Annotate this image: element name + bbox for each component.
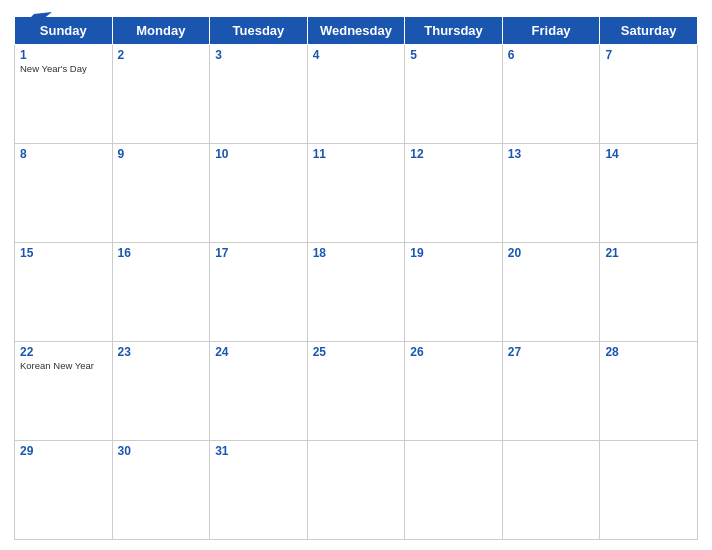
- day-number: 27: [508, 345, 595, 359]
- day-number: 5: [410, 48, 497, 62]
- calendar-header-row: SundayMondayTuesdayWednesdayThursdayFrid…: [15, 17, 698, 45]
- svg-marker-0: [24, 12, 52, 28]
- calendar-day-cell: 7: [600, 45, 698, 144]
- day-number: 19: [410, 246, 497, 260]
- calendar-day-cell: 24: [210, 342, 308, 441]
- day-number: 4: [313, 48, 400, 62]
- day-number: 30: [118, 444, 205, 458]
- weekday-header: Thursday: [405, 17, 503, 45]
- day-number: 1: [20, 48, 107, 62]
- calendar-week-row: 293031: [15, 441, 698, 540]
- day-number: 29: [20, 444, 107, 458]
- weekday-header: Wednesday: [307, 17, 405, 45]
- day-number: 14: [605, 147, 692, 161]
- day-number: 17: [215, 246, 302, 260]
- logo-area: [14, 10, 52, 32]
- calendar-day-cell: 13: [502, 144, 600, 243]
- calendar-week-row: 22Korean New Year232425262728: [15, 342, 698, 441]
- calendar-day-cell: 29: [15, 441, 113, 540]
- day-number: 11: [313, 147, 400, 161]
- weekday-header: Friday: [502, 17, 600, 45]
- calendar-day-cell: 20: [502, 243, 600, 342]
- day-number: 25: [313, 345, 400, 359]
- day-number: 7: [605, 48, 692, 62]
- calendar-body: 1New Year's Day2345678910111213141516171…: [15, 45, 698, 540]
- day-number: 6: [508, 48, 595, 62]
- day-number: 9: [118, 147, 205, 161]
- day-number: 16: [118, 246, 205, 260]
- calendar-week-row: 1New Year's Day234567: [15, 45, 698, 144]
- day-number: 24: [215, 345, 302, 359]
- calendar-day-cell: 22Korean New Year: [15, 342, 113, 441]
- day-number: 28: [605, 345, 692, 359]
- calendar-day-cell: [600, 441, 698, 540]
- calendar-day-cell: 5: [405, 45, 503, 144]
- calendar-day-cell: 8: [15, 144, 113, 243]
- calendar-day-cell: [502, 441, 600, 540]
- weekday-header: Monday: [112, 17, 210, 45]
- calendar-day-cell: [405, 441, 503, 540]
- day-number: 2: [118, 48, 205, 62]
- day-number: 22: [20, 345, 107, 359]
- calendar-day-cell: 23: [112, 342, 210, 441]
- day-number: 20: [508, 246, 595, 260]
- calendar-day-cell: 15: [15, 243, 113, 342]
- calendar-day-cell: [307, 441, 405, 540]
- calendar-day-cell: 14: [600, 144, 698, 243]
- calendar-day-cell: 17: [210, 243, 308, 342]
- calendar-day-cell: 9: [112, 144, 210, 243]
- calendar-week-row: 891011121314: [15, 144, 698, 243]
- calendar-day-cell: 30: [112, 441, 210, 540]
- calendar-day-cell: 27: [502, 342, 600, 441]
- day-number: 15: [20, 246, 107, 260]
- calendar-day-cell: 12: [405, 144, 503, 243]
- day-number: 3: [215, 48, 302, 62]
- day-number: 21: [605, 246, 692, 260]
- calendar-day-cell: 31: [210, 441, 308, 540]
- calendar-day-cell: 4: [307, 45, 405, 144]
- weekday-header: Saturday: [600, 17, 698, 45]
- weekday-header: Tuesday: [210, 17, 308, 45]
- calendar-day-cell: 25: [307, 342, 405, 441]
- calendar-day-cell: 3: [210, 45, 308, 144]
- day-number: 23: [118, 345, 205, 359]
- calendar-day-cell: 10: [210, 144, 308, 243]
- day-number: 13: [508, 147, 595, 161]
- calendar-day-cell: 19: [405, 243, 503, 342]
- logo-icon: [14, 10, 52, 32]
- day-number: 31: [215, 444, 302, 458]
- calendar-day-cell: 26: [405, 342, 503, 441]
- calendar-day-cell: 6: [502, 45, 600, 144]
- day-number: 8: [20, 147, 107, 161]
- calendar-day-cell: 11: [307, 144, 405, 243]
- day-number: 12: [410, 147, 497, 161]
- calendar-day-cell: 28: [600, 342, 698, 441]
- calendar-week-row: 15161718192021: [15, 243, 698, 342]
- calendar-day-cell: 16: [112, 243, 210, 342]
- calendar-day-cell: 21: [600, 243, 698, 342]
- day-number: 18: [313, 246, 400, 260]
- calendar-day-cell: 2: [112, 45, 210, 144]
- calendar-day-cell: 1New Year's Day: [15, 45, 113, 144]
- calendar-table: SundayMondayTuesdayWednesdayThursdayFrid…: [14, 16, 698, 540]
- holiday-label: New Year's Day: [20, 63, 107, 74]
- calendar-day-cell: 18: [307, 243, 405, 342]
- day-number: 26: [410, 345, 497, 359]
- holiday-label: Korean New Year: [20, 360, 107, 371]
- calendar-wrapper: SundayMondayTuesdayWednesdayThursdayFrid…: [0, 0, 712, 550]
- day-number: 10: [215, 147, 302, 161]
